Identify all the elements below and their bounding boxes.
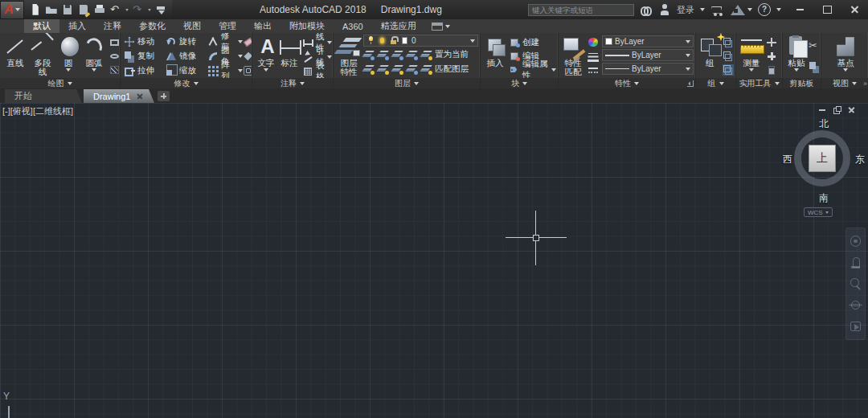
close-tab-icon[interactable]: [137, 93, 143, 100]
layer-tool-icon[interactable]: [378, 64, 389, 75]
hatch-button[interactable]: [109, 64, 121, 77]
viewcube-west[interactable]: 西: [783, 153, 792, 166]
panel-title-modify[interactable]: 修改: [121, 78, 252, 88]
quick-select-icon[interactable]: [766, 51, 777, 62]
wcs-selector[interactable]: WCS: [804, 207, 833, 217]
undo-icon[interactable]: [109, 3, 122, 16]
panel-title-draw[interactable]: 绘图: [0, 78, 120, 88]
viewcube-top-face[interactable]: 上: [809, 145, 836, 172]
drawing-canvas[interactable]: [-][俯视][二维线框] 北 上 西 东 南 WCS Y: [0, 103, 868, 418]
tab-featured-apps[interactable]: 精选应用: [372, 19, 425, 33]
paste-button[interactable]: 粘贴: [786, 35, 807, 78]
move-button[interactable]: 移动: [124, 35, 166, 49]
ribbon-display-toggle[interactable]: [432, 19, 450, 33]
user-icon[interactable]: [658, 3, 671, 16]
help-icon[interactable]: ?: [758, 3, 771, 16]
sign-in-dropdown-icon[interactable]: [700, 8, 705, 11]
redo-icon[interactable]: [132, 3, 145, 16]
doc-restore-icon[interactable]: [833, 106, 841, 113]
view-cube[interactable]: 北 上 西 东 南 WCS: [781, 117, 866, 220]
minimize-button[interactable]: [786, 0, 813, 19]
save-icon[interactable]: [61, 3, 74, 16]
array-button[interactable]: 阵列: [207, 64, 243, 78]
showmotion-icon[interactable]: [849, 319, 863, 334]
doc-close-icon[interactable]: [848, 106, 855, 113]
object-color-select[interactable]: ByLayer: [602, 35, 694, 47]
search-input[interactable]: [528, 4, 634, 16]
arc-button[interactable]: 圆弧: [82, 35, 106, 78]
sign-in-link[interactable]: 登录: [677, 4, 694, 16]
viewcube-north[interactable]: 北: [781, 117, 866, 131]
tab-view[interactable]: 视图: [174, 19, 210, 33]
layer-tool-icon[interactable]: [363, 64, 375, 75]
search-icon[interactable]: [640, 3, 653, 16]
orbit-icon[interactable]: [849, 297, 863, 312]
dialog-launcher-icon[interactable]: [687, 80, 694, 87]
polyline-button[interactable]: 多段线: [31, 35, 55, 78]
layer-tool-icon[interactable]: [392, 49, 403, 60]
linetype-select[interactable]: ByLayer: [602, 63, 694, 75]
lineweight-icon[interactable]: [588, 51, 599, 62]
cut-icon[interactable]: [809, 40, 820, 51]
ellipse-button[interactable]: [109, 49, 121, 63]
help-dropdown-icon[interactable]: [776, 8, 781, 11]
color-wheel-icon[interactable]: [588, 37, 599, 48]
redo-dropdown-icon[interactable]: [148, 9, 151, 11]
measure-button[interactable]: 测量: [739, 35, 764, 78]
line-button[interactable]: 直线: [3, 35, 27, 78]
tab-parametric[interactable]: 参数化: [130, 19, 174, 33]
create-block-button[interactable]: 创建: [509, 35, 539, 49]
tab-a360[interactable]: A360: [334, 19, 372, 33]
circle-button[interactable]: 圆: [58, 35, 79, 78]
layer-select[interactable]: 0: [363, 35, 478, 47]
lineweight-select[interactable]: ByLayer: [602, 49, 694, 61]
offset-button[interactable]: [243, 64, 252, 78]
panel-title-layers[interactable]: 图层: [334, 78, 480, 88]
layer-properties-button[interactable]: 图层特性: [337, 35, 361, 78]
match-properties-button[interactable]: 特性匹配: [562, 35, 584, 78]
new-file-icon[interactable]: [29, 3, 42, 16]
a360-share-icon[interactable]: [729, 3, 742, 16]
pan-icon[interactable]: [849, 256, 863, 270]
text-button[interactable]: A文字: [256, 35, 276, 78]
set-current-layer-button[interactable]: 置为当前: [421, 47, 469, 62]
rotate-button[interactable]: 旋转: [166, 35, 207, 49]
panel-title-view[interactable]: 视图»: [821, 78, 868, 88]
app-menu-button[interactable]: A: [0, 1, 24, 19]
base-point-button[interactable]: 基点: [833, 35, 858, 78]
tab-manage[interactable]: 管理: [210, 19, 245, 33]
panel-title-clipboard[interactable]: 剪贴板: [783, 78, 821, 88]
panel-title-annotation[interactable]: 注释: [252, 78, 333, 88]
file-tab-drawing1[interactable]: Drawing1: [84, 89, 154, 103]
panel-overflow-icon[interactable]: »: [863, 80, 867, 88]
panel-title-utilities[interactable]: 实用工具: [736, 78, 782, 88]
layer-tool-icon[interactable]: [363, 49, 375, 60]
linetype-icon[interactable]: [588, 64, 599, 76]
tab-addins[interactable]: 附加模块: [280, 19, 334, 33]
scale-button[interactable]: 缩放: [166, 64, 207, 78]
save-as-icon[interactable]: [77, 3, 90, 16]
tab-home[interactable]: 默认: [24, 19, 59, 33]
stretch-button[interactable]: 拉伸: [124, 64, 166, 78]
layer-tool-icon[interactable]: [392, 64, 403, 75]
file-tab-start[interactable]: 开始: [5, 89, 82, 103]
share-dropdown-icon[interactable]: [747, 8, 752, 11]
group-edit-icon[interactable]: [723, 51, 734, 62]
tab-insert[interactable]: 插入: [59, 19, 95, 33]
tab-output[interactable]: 输出: [245, 19, 280, 33]
layer-tool-icon[interactable]: [407, 49, 418, 60]
doc-minimize-icon[interactable]: [819, 106, 826, 113]
layer-tool-icon[interactable]: [407, 64, 418, 75]
undo-dropdown-icon[interactable]: [125, 9, 129, 11]
tab-annotate[interactable]: 注释: [95, 19, 130, 33]
steering-wheel-icon[interactable]: [849, 234, 863, 248]
mirror-button[interactable]: 镜像: [166, 49, 207, 64]
explode-button[interactable]: [243, 49, 252, 64]
copy-clip-icon[interactable]: [809, 61, 820, 72]
panel-title-properties[interactable]: 特性: [559, 78, 695, 88]
table-button[interactable]: 表格: [302, 64, 332, 78]
insert-block-button[interactable]: 插入: [484, 35, 506, 78]
close-button[interactable]: [841, 0, 868, 19]
panel-title-block[interactable]: 块: [481, 78, 558, 88]
calculator-icon[interactable]: [766, 64, 777, 76]
